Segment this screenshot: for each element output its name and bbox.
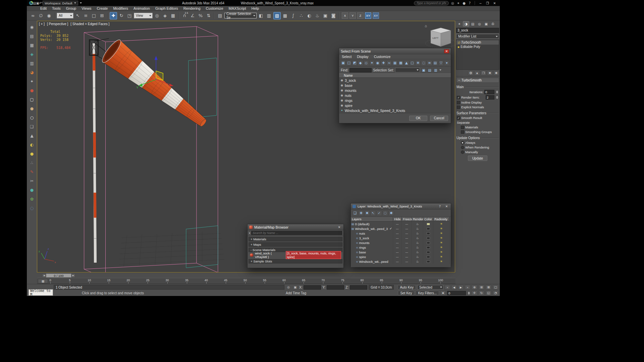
keyboard-override-icon[interactable]: ▦ bbox=[169, 12, 177, 19]
time-slider-handle[interactable]: ◄ 0 / 100 ► bbox=[42, 274, 75, 278]
smooth-result-checkbox[interactable]: ✓ bbox=[457, 116, 460, 120]
freeze-cell[interactable]: — bbox=[402, 250, 412, 254]
align-icon[interactable]: ▥ bbox=[265, 12, 273, 19]
color-cell[interactable] bbox=[423, 250, 433, 254]
render-cell[interactable]: ♨ bbox=[412, 222, 423, 226]
named-selection-sets-dropdown[interactable]: Create Selection Se bbox=[224, 13, 257, 18]
modify-tab[interactable]: ◑ bbox=[463, 21, 469, 26]
menu-graph-editors[interactable]: Graph Editors bbox=[153, 6, 181, 10]
lock-set-icon[interactable]: ▣ bbox=[421, 68, 426, 72]
close-icon[interactable]: ✕ bbox=[444, 49, 449, 53]
list-view-icon[interactable]: ≡ bbox=[427, 60, 432, 66]
render-cell[interactable]: ♨ bbox=[412, 240, 423, 245]
sphere-primitive-icon[interactable]: ○ bbox=[29, 114, 35, 121]
layer-properties-icon[interactable]: ✱ bbox=[388, 210, 394, 216]
hide-cell[interactable]: — bbox=[393, 222, 402, 226]
set-current-layer-icon[interactable]: ✓ bbox=[376, 210, 382, 216]
hierarchy-tab[interactable]: ▤ bbox=[470, 21, 476, 26]
material-ball-icon[interactable]: ● bbox=[29, 87, 35, 94]
axis-constraint-button[interactable]: XY bbox=[365, 12, 371, 19]
name-column-header[interactable]: Name bbox=[339, 73, 451, 78]
color-cell[interactable] bbox=[423, 236, 433, 240]
render-cell[interactable]: ♨ bbox=[412, 231, 423, 236]
close-icon[interactable]: ✕ bbox=[444, 204, 449, 208]
explicit-normals-checkbox[interactable] bbox=[457, 106, 460, 109]
layer-explorer-icon[interactable]: ▧ bbox=[273, 12, 281, 19]
material-editor-icon[interactable]: ◐ bbox=[306, 12, 313, 19]
scene-object-row[interactable]: ●nuts bbox=[339, 93, 451, 98]
layer-row[interactable]: ▫Windsock_wit...peed — — ♨ ☀ bbox=[351, 259, 451, 264]
rect-selection-region-icon[interactable]: □ bbox=[90, 12, 98, 19]
column-header[interactable]: Layers bbox=[351, 217, 393, 222]
display-invert-icon[interactable]: ◩ bbox=[352, 60, 357, 66]
more-filters-icon[interactable]: ▾ bbox=[444, 60, 449, 66]
menu-customize[interactable]: Customize bbox=[371, 55, 393, 59]
viewport-menu-general[interactable]: [ + ] bbox=[39, 22, 45, 26]
workspace-dropdown[interactable]: Workspace: Default bbox=[43, 1, 78, 5]
render-cell[interactable]: ♨ bbox=[412, 259, 423, 264]
freeze-cell[interactable]: — bbox=[402, 222, 412, 226]
reference-coordinate-dropdown[interactable]: View bbox=[134, 13, 153, 18]
modifier-state-icon[interactable]: ⊙ bbox=[458, 41, 460, 44]
color-cell[interactable] bbox=[423, 245, 433, 250]
show-spacewarps-icon[interactable]: ≈ bbox=[386, 60, 392, 66]
angle-snap-icon[interactable]: ∠ bbox=[189, 12, 196, 19]
isoline-display-checkbox[interactable] bbox=[457, 101, 460, 104]
sun-light-icon[interactable]: ● bbox=[29, 150, 35, 157]
show-helpers-icon[interactable]: ✚ bbox=[381, 60, 386, 66]
pan-icon[interactable]: ✛ bbox=[472, 291, 477, 295]
layer-row[interactable]: ▫rings — — ♨ ☀ bbox=[351, 245, 451, 250]
color-cell[interactable] bbox=[423, 222, 433, 226]
freeze-cell[interactable]: — bbox=[402, 226, 412, 231]
column-header[interactable]: Render bbox=[412, 217, 423, 222]
hide-toggle-icon[interactable]: ◌ bbox=[382, 210, 388, 216]
radiosity-cell[interactable]: ☀ bbox=[433, 259, 449, 264]
hide-cell[interactable]: — bbox=[393, 240, 402, 245]
percent-snap-icon[interactable]: % bbox=[197, 12, 204, 19]
frame-indicator[interactable]: 0 / 100 bbox=[46, 274, 71, 278]
radiosity-cell[interactable]: ☀ bbox=[433, 240, 449, 245]
layer-row[interactable]: ▫base — — ♨ ☀ bbox=[351, 250, 451, 254]
snap-helper-icon[interactable]: ◈ bbox=[29, 51, 35, 58]
maximize-viewport-icon[interactable]: ◱ bbox=[486, 291, 491, 295]
display-none-icon[interactable]: □ bbox=[346, 60, 352, 66]
viewcube-face-label[interactable]: LEFT bbox=[432, 37, 439, 40]
hide-cell[interactable]: — bbox=[393, 245, 402, 250]
freeze-cell[interactable]: — bbox=[402, 231, 412, 236]
new-scene-icon[interactable]: ❏ bbox=[30, 1, 33, 6]
mini-curve-editor-button[interactable]: ▦ bbox=[38, 279, 48, 283]
undo-icon[interactable]: ↶ bbox=[39, 1, 42, 6]
paint-tool-icon[interactable]: ◕ bbox=[29, 69, 35, 76]
scene-object-row[interactable]: ●spire bbox=[339, 103, 451, 108]
render-cell[interactable]: ♨ bbox=[412, 245, 423, 250]
select-and-move-icon[interactable]: ✚ bbox=[110, 12, 117, 19]
menu-customize[interactable]: Customize bbox=[203, 6, 226, 10]
current-frame-field[interactable]: 0 bbox=[447, 291, 466, 295]
show-groups-icon[interactable]: ▦ bbox=[392, 60, 397, 66]
search-dropdown-icon[interactable]: ▾ bbox=[249, 232, 250, 235]
viewcube-home-icon[interactable]: ⌂ bbox=[425, 24, 427, 28]
zoom-extents-icon[interactable]: ⊠ bbox=[486, 285, 491, 290]
display-all-icon[interactable]: ▣ bbox=[340, 60, 346, 66]
menu-select[interactable]: Select bbox=[339, 55, 354, 59]
add-to-layer-icon[interactable]: ✚ bbox=[358, 210, 364, 216]
radiosity-cell[interactable]: ☀ bbox=[433, 226, 449, 231]
menu-create[interactable]: Create bbox=[94, 6, 110, 10]
ok-button[interactable]: OK bbox=[409, 116, 427, 121]
play-icon[interactable]: ▶ bbox=[458, 285, 464, 290]
radiosity-cell[interactable]: ☀ bbox=[433, 231, 449, 236]
render-setup-icon[interactable]: ♨ bbox=[314, 12, 321, 19]
frame-spinner[interactable] bbox=[467, 291, 470, 295]
restore-button[interactable]: ❐ bbox=[484, 1, 491, 5]
y-coordinate-field[interactable] bbox=[327, 285, 344, 290]
save-file-icon[interactable]: ▣ bbox=[36, 1, 39, 6]
show-lights-icon[interactable]: ✦ bbox=[369, 60, 375, 66]
zoom-all-icon[interactable]: ⊞ bbox=[479, 285, 484, 290]
show-containers-icon[interactable]: ▢ bbox=[410, 60, 415, 66]
color-cell[interactable] bbox=[423, 226, 433, 231]
color-cell[interactable] bbox=[423, 231, 433, 236]
search-go-icon[interactable]: ◎ bbox=[450, 1, 455, 6]
utilities-tab[interactable]: ✇ bbox=[490, 21, 496, 26]
scene-object-row[interactable]: ●mounts bbox=[339, 88, 451, 93]
freeze-cell[interactable]: — bbox=[402, 259, 412, 264]
